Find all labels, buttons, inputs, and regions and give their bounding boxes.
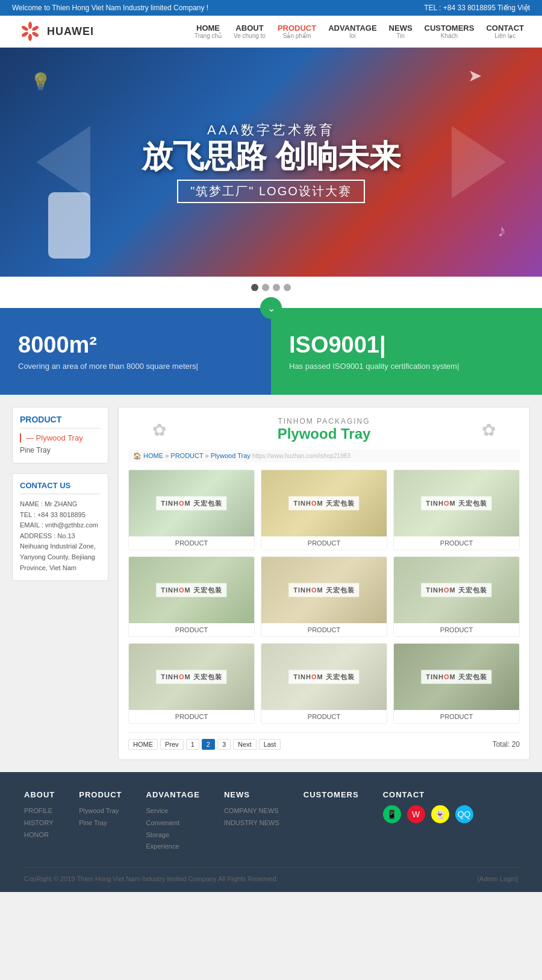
stat-iso-number: ISO9001| [289,332,524,358]
breadcrumb-product[interactable]: PRODUCT [170,452,203,459]
social-qq-icon[interactable]: QQ [455,805,473,823]
product-img-5: TINHOM 天宏包装 [261,557,387,623]
stats-section: 8000m² Covering an area of more than 800… [0,308,542,395]
svg-point-0 [28,22,32,29]
social-wechat-icon[interactable]: 📱 [383,805,401,823]
product-card-1[interactable]: TINHOM 天宏包装 PRODUCT [128,470,255,550]
nav-home[interactable]: HOME Trang chủ [195,24,222,39]
nav-news[interactable]: NEWS Tin [389,24,413,39]
stat-iso-desc: Has passed ISO9001 quality certification… [289,362,524,371]
svg-point-3 [28,34,32,41]
product-card-6[interactable]: TINHOM 天宏包装 PRODUCT [393,556,520,637]
nav-about[interactable]: ABOUT Ve chung to [234,24,266,39]
dot-3[interactable] [273,284,280,291]
breadcrumb-current[interactable]: Plywood Tray [211,452,251,459]
footer-advantage-experience[interactable]: Experience [146,841,200,853]
nav-customers[interactable]: CUSTOMERS Khách [425,24,475,39]
product-card-3[interactable]: TINHOM 天宏包装 PRODUCT [393,470,520,550]
product-img-inner-8: TINHOM 天宏包装 [261,644,387,710]
footer-contact-title: CONTACT [383,790,473,799]
product-main-title: Plywood Tray [128,426,520,442]
product-label-8: PRODUCT [261,710,387,723]
contact-email: EMAIL : vnth@gzthbz.com [20,520,101,531]
footer-news-industry[interactable]: INDUSTRY NEWS [224,817,279,829]
footer-product-plywood[interactable]: Plywood Tray [79,805,122,817]
sidebar-product-title: PRODUCT [20,415,101,429]
product-img-9: TINHOM 天宏包装 [394,644,519,710]
hero-triangle-right [452,126,506,198]
product-card-5[interactable]: TINHOM 天宏包装 PRODUCT [261,556,387,637]
product-card-7[interactable]: TINHOM 天宏包装 PRODUCT [128,643,255,724]
scroll-down-button[interactable]: ⌄ [260,297,282,319]
contact-tel: TEL : +84 33 8018895 [20,510,101,521]
footer-col-about: ABOUT PROFILE HISTORY HONOR [24,790,55,853]
page-3-btn[interactable]: 3 [217,739,231,750]
music-icon: ♪ [497,221,506,240]
social-snapchat-icon[interactable]: 👻 [431,805,449,823]
product-img-inner-4: TINHOM 天宏包装 [129,557,254,623]
arrow-icon: ➤ [468,66,482,86]
footer-product-pine[interactable]: Pine Tray [79,817,122,829]
page-next-btn[interactable]: Next [233,739,257,750]
product-img-inner-5: TINHOM 天宏包装 [261,557,387,623]
breadcrumb: 🏠 HOME » PRODUCT » Plywood Tray https://… [128,450,520,462]
footer-advantage-storage[interactable]: Storage [146,829,200,841]
svg-point-5 [21,25,29,31]
sidebar-pine-tray[interactable]: Pine Tray [20,445,101,456]
main-nav: HOME Trang chủ ABOUT Ve chung to PRODUCT… [195,24,524,39]
footer-about-title: ABOUT [24,790,55,799]
product-card-4[interactable]: TINHOM 天宏包装 PRODUCT [128,556,255,637]
footer-about-honor[interactable]: HONOR [24,829,55,841]
dot-2[interactable] [262,284,269,291]
footer-news-company[interactable]: COMPANY NEWS [224,805,279,817]
sidebar-contact-box: CONTACT US NAME : Mr ZHANG TEL : +84 33 … [12,473,108,581]
nav-contact[interactable]: CONTACT Liên lạc [486,24,524,39]
footer-advantage-convenient[interactable]: Convenient [146,817,200,829]
page-last-btn[interactable]: Last [259,739,281,750]
slider-dots [251,284,291,291]
footer-customers-title: CUSTOMERS [304,790,359,799]
footer-col-advantage: ADVANTAGE Service Convenient Storage Exp… [146,790,200,853]
tinhom-logo-3: TINHOM 天宏包装 [421,497,491,510]
footer-about-history[interactable]: HISTORY [24,817,55,829]
footer-admin-link[interactable]: [Admin Login] [478,875,518,882]
page-total: Total: 20 [493,740,520,749]
footer-advantage-service[interactable]: Service [146,805,200,817]
breadcrumb-text: 🏠 [133,452,143,459]
page-2-btn[interactable]: 2 [202,739,215,750]
hero-content: AAA数字艺术教育 放飞思路 创响未来 "筑梦工厂" LOGO设计大赛 [142,121,400,203]
dot-1[interactable] [251,284,258,291]
tinhom-logo-8: TINHOM 天宏包装 [288,670,359,684]
product-img-inner-9: TINHOM 天宏包装 [394,644,519,710]
tinhom-logo-6: TINHOM 天宏包装 [421,583,491,597]
product-card-8[interactable]: TINHOM 天宏包装 PRODUCT [261,643,387,724]
product-img-7: TINHOM 天宏包装 [129,644,254,710]
dot-4[interactable] [284,284,291,291]
product-label-3: PRODUCT [394,536,519,550]
product-label-4: PRODUCT [129,623,254,636]
hero-triangle-left [36,126,90,198]
product-card-2[interactable]: TINHOM 天宏包装 PRODUCT [261,470,387,550]
page-prev-btn[interactable]: Prev [160,739,184,750]
product-img-8: TINHOM 天宏包装 [261,644,387,710]
page-home-btn[interactable]: HOME [128,739,158,750]
product-card-9[interactable]: TINHOM 天宏包装 PRODUCT [393,643,520,724]
nav-advantage[interactable]: ADVANTAGE loi [328,24,376,39]
product-grid: TINHOM 天宏包装 PRODUCT TINHOM 天宏包装 PRODUCT … [128,470,520,724]
footer-social: 📱 W 👻 QQ [383,805,473,823]
sidebar-plywood-tray[interactable]: — Plywood Tray [20,433,101,442]
page-1-btn[interactable]: 1 [186,739,199,750]
product-label-1: PRODUCT [129,536,254,550]
logo-area: HUAWEI [18,22,94,41]
social-weibo-icon[interactable]: W [407,805,425,823]
product-img-6: TINHOM 天宏包装 [394,557,519,623]
breadcrumb-sep2: » [205,452,211,459]
main-content: PRODUCT — Plywood Tray Pine Tray CONTACT… [0,395,542,772]
pagination: HOME Prev 1 2 3 Next Last Total: 20 [128,732,520,750]
watermark-text: https://www.huzhan.com/ishop21983 [252,453,350,459]
tinhom-logo-4: TINHOM 天宏包装 [156,583,226,597]
nav-product[interactable]: PRODUCT Sản phẩm [278,24,316,39]
laurel-right-icon: ✿ [482,420,496,440]
footer-about-profile[interactable]: PROFILE [24,805,55,817]
breadcrumb-home[interactable]: HOME [143,452,163,459]
